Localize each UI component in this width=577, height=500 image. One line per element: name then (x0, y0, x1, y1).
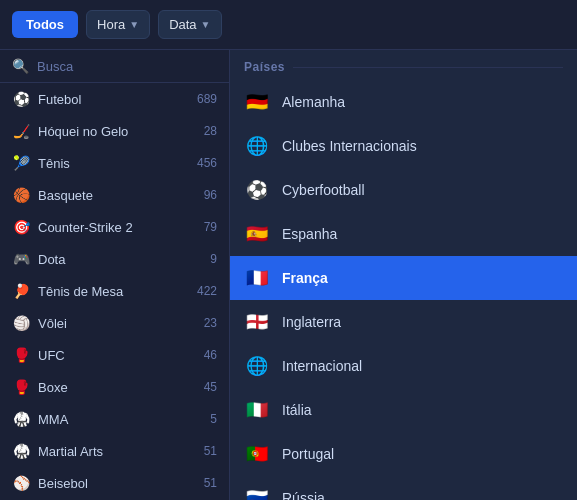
country-item-russia[interactable]: 🇷🇺 Rússia (230, 476, 577, 500)
chevron-down-icon: ▼ (129, 19, 139, 30)
country-flag: 🇪🇸 (244, 221, 270, 247)
sport-label: Tênis de Mesa (38, 284, 193, 299)
sport-count: 46 (193, 348, 217, 362)
chevron-down-icon: ▼ (201, 19, 211, 30)
country-flag: 🇫🇷 (244, 265, 270, 291)
sport-icon: ⚾ (12, 474, 30, 492)
main-content: 🔍 Busca ⚽ Futebol 689 🏒 Hóquei no Gelo 2… (0, 50, 577, 500)
country-item-portugal[interactable]: 🇵🇹 Portugal (230, 432, 577, 476)
country-name: Rússia (282, 490, 325, 500)
sidebar-item-counterstrike[interactable]: 🎯 Counter-Strike 2 79 (0, 211, 229, 243)
country-item-italia[interactable]: 🇮🇹 Itália (230, 388, 577, 432)
country-name: Alemanha (282, 94, 345, 110)
country-name: Internacional (282, 358, 362, 374)
sport-count: 23 (193, 316, 217, 330)
country-item-franca[interactable]: 🇫🇷 França (230, 256, 577, 300)
sport-count: 45 (193, 380, 217, 394)
country-flag: 🌐 (244, 133, 270, 159)
sport-icon: ⚽ (12, 90, 30, 108)
sport-count: 5 (193, 412, 217, 426)
sidebar-item-hoquei[interactable]: 🏒 Hóquei no Gelo 28 (0, 115, 229, 147)
country-flag: 🏴󠁧󠁢󠁥󠁮󠁧󠁿 (244, 309, 270, 335)
country-item-espanha[interactable]: 🇪🇸 Espanha (230, 212, 577, 256)
sport-label: MMA (38, 412, 193, 427)
country-name: Portugal (282, 446, 334, 462)
sidebar-item-futebol[interactable]: ⚽ Futebol 689 (0, 83, 229, 115)
sport-label: Counter-Strike 2 (38, 220, 193, 235)
country-item-alemanha[interactable]: 🇩🇪 Alemanha (230, 80, 577, 124)
sport-label: Martial Arts (38, 444, 193, 459)
sport-icon: 🎮 (12, 250, 30, 268)
sport-count: 51 (193, 444, 217, 458)
sport-icon: 🏒 (12, 122, 30, 140)
sport-label: Tênis (38, 156, 193, 171)
sport-label: Beisebol (38, 476, 193, 491)
sidebar-item-beisebol[interactable]: ⚾ Beisebol 51 (0, 467, 229, 499)
sport-icon: 🏀 (12, 186, 30, 204)
sidebar-item-ufc[interactable]: 🥊 UFC 46 (0, 339, 229, 371)
sport-icon: 🏐 (12, 314, 30, 332)
country-item-cyberfootball[interactable]: ⚽ Cyberfootball (230, 168, 577, 212)
country-name: Itália (282, 402, 312, 418)
sidebar-item-tenis[interactable]: 🎾 Tênis 456 (0, 147, 229, 179)
search-icon: 🔍 (12, 58, 29, 74)
sidebar-item-basquete[interactable]: 🏀 Basquete 96 (0, 179, 229, 211)
sport-count: 9 (193, 252, 217, 266)
section-header: Países (230, 50, 577, 80)
sport-label: UFC (38, 348, 193, 363)
sport-label: Dota (38, 252, 193, 267)
sport-count: 689 (193, 92, 217, 106)
sport-label: Basquete (38, 188, 193, 203)
sidebar-item-martial-arts[interactable]: 🥋 Martial Arts 51 (0, 435, 229, 467)
sport-icon: 🎯 (12, 218, 30, 236)
search-bar[interactable]: 🔍 Busca (0, 50, 229, 83)
sport-count: 422 (193, 284, 217, 298)
country-flag: 🇷🇺 (244, 485, 270, 500)
sidebar: 🔍 Busca ⚽ Futebol 689 🏒 Hóquei no Gelo 2… (0, 50, 230, 500)
country-flag: ⚽ (244, 177, 270, 203)
sport-icon: 🥋 (12, 410, 30, 428)
sport-icon: 🥋 (12, 442, 30, 460)
data-dropdown[interactable]: Data ▼ (158, 10, 221, 39)
sport-label: Hóquei no Gelo (38, 124, 193, 139)
sport-icon: 🥊 (12, 346, 30, 364)
sport-count: 51 (193, 476, 217, 490)
sport-label: Futebol (38, 92, 193, 107)
sport-count: 456 (193, 156, 217, 170)
country-item-internacional[interactable]: 🌐 Internacional (230, 344, 577, 388)
country-name: Clubes Internacionais (282, 138, 417, 154)
country-name: Cyberfootball (282, 182, 365, 198)
sidebar-item-tenis-mesa[interactable]: 🏓 Tênis de Mesa 422 (0, 275, 229, 307)
country-name: Espanha (282, 226, 337, 242)
sport-list: ⚽ Futebol 689 🏒 Hóquei no Gelo 28 🎾 Têni… (0, 83, 229, 500)
country-item-clubes-int[interactable]: 🌐 Clubes Internacionais (230, 124, 577, 168)
sport-label: Boxe (38, 380, 193, 395)
sidebar-item-dota[interactable]: 🎮 Dota 9 (0, 243, 229, 275)
sport-icon: 🏓 (12, 282, 30, 300)
sport-icon: 🎾 (12, 154, 30, 172)
section-title: Países (244, 60, 285, 74)
right-panel: Países 🇩🇪 Alemanha 🌐 Clubes Internaciona… (230, 50, 577, 500)
sidebar-item-volei[interactable]: 🏐 Vôlei 23 (0, 307, 229, 339)
sport-count: 28 (193, 124, 217, 138)
country-flag: 🇩🇪 (244, 89, 270, 115)
country-flag: 🌐 (244, 353, 270, 379)
sport-icon: 🥊 (12, 378, 30, 396)
country-name: França (282, 270, 328, 286)
sport-count: 96 (193, 188, 217, 202)
section-divider (293, 67, 563, 68)
country-flag: 🇵🇹 (244, 441, 270, 467)
sidebar-item-mma[interactable]: 🥋 MMA 5 (0, 403, 229, 435)
sport-label: Vôlei (38, 316, 193, 331)
search-label: Busca (37, 59, 73, 74)
sidebar-item-boxe[interactable]: 🥊 Boxe 45 (0, 371, 229, 403)
country-flag: 🇮🇹 (244, 397, 270, 423)
hora-dropdown[interactable]: Hora ▼ (86, 10, 150, 39)
todos-button[interactable]: Todos (12, 11, 78, 38)
country-name: Inglaterra (282, 314, 341, 330)
top-bar: Todos Hora ▼ Data ▼ (0, 0, 577, 50)
country-list: 🇩🇪 Alemanha 🌐 Clubes Internacionais ⚽ Cy… (230, 80, 577, 500)
country-item-inglaterra[interactable]: 🏴󠁧󠁢󠁥󠁮󠁧󠁿 Inglaterra (230, 300, 577, 344)
sport-count: 79 (193, 220, 217, 234)
